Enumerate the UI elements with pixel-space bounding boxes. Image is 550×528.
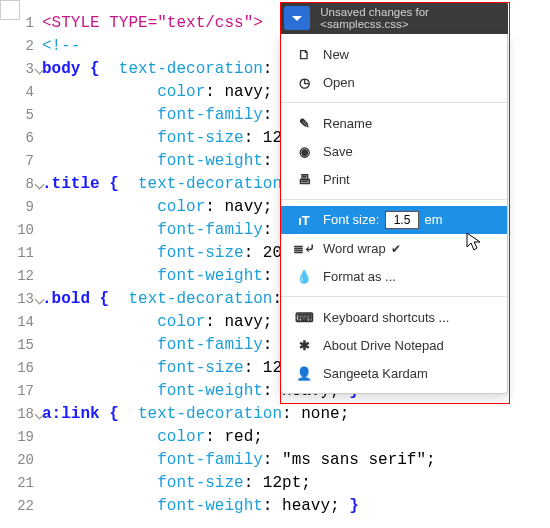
tint-icon: 💧 [295, 269, 313, 284]
caret-down-icon [292, 16, 302, 21]
menu-trigger-button[interactable] [284, 6, 310, 30]
line-number: 1 [0, 12, 42, 35]
line-number: 20 [0, 449, 42, 472]
line-number: 19 [0, 426, 42, 449]
save-icon: ◉ [295, 144, 313, 159]
asterisk-icon: ✱ [295, 338, 313, 353]
line-number: 13 [0, 288, 42, 311]
user-icon: 👤 [295, 366, 313, 381]
menu-item-user[interactable]: 👤 Sangeeta Kardam [281, 359, 507, 387]
code-line: 22 font-weight: heavy; } [0, 495, 550, 518]
line-number: 18 [0, 403, 42, 426]
menu-item-new[interactable]: 🗋 New [281, 40, 507, 68]
code-line: 19 color: red; [0, 426, 550, 449]
clock-icon: ◷ [295, 75, 313, 90]
line-number: 14 [0, 311, 42, 334]
menu-separator [281, 102, 507, 103]
edit-icon: ✎ [295, 116, 313, 131]
menu-item-shortcuts[interactable]: ⌨ Keyboard shortcuts ... [281, 303, 507, 331]
wordwrap-label: Word wrap [323, 241, 386, 256]
line-number: 21 [0, 472, 42, 495]
line-number: 17 [0, 380, 42, 403]
menu-separator [281, 296, 507, 297]
code-line: 18a:link { text-decoration: none; [0, 403, 550, 426]
line-number: 8 [0, 173, 42, 196]
line-number: 16 [0, 357, 42, 380]
line-number: 5 [0, 104, 42, 127]
line-number: 15 [0, 334, 42, 357]
fontsize-input[interactable] [385, 211, 419, 229]
line-number: 10 [0, 219, 42, 242]
line-number: 7 [0, 150, 42, 173]
dropdown-menu: Unsaved changes for <samplecss.css> 🗋 Ne… [280, 2, 508, 394]
menu-item-rename[interactable]: ✎ Rename [281, 109, 507, 137]
menu-header: Unsaved changes for <samplecss.css> [280, 2, 508, 34]
file-icon: 🗋 [295, 47, 313, 62]
line-number: 4 [0, 81, 42, 104]
line-number: 12 [0, 265, 42, 288]
line-number: 2 [0, 35, 42, 58]
line-number: 3 [0, 58, 42, 81]
fontsize-label: Font size: [323, 212, 379, 227]
line-number: 6 [0, 127, 42, 150]
code-line: 20 font-family: "ms sans serif"; [0, 449, 550, 472]
menu-item-wordwrap[interactable]: ≣⤶ Word wrap ✔ [281, 234, 507, 262]
line-number: 9 [0, 196, 42, 219]
wrap-icon: ≣⤶ [295, 241, 313, 256]
menu-item-print[interactable]: 🖶 Print [281, 165, 507, 193]
menu-item-about[interactable]: ✱ About Drive Notepad [281, 331, 507, 359]
code-line: 21 font-size: 12pt; [0, 472, 550, 495]
line-number: 22 [0, 495, 42, 518]
menu-item-save[interactable]: ◉ Save [281, 137, 507, 165]
menu-item-formatas[interactable]: 💧 Format as ... [281, 262, 507, 290]
menu-item-open[interactable]: ◷ Open [281, 68, 507, 96]
keyboard-icon: ⌨ [295, 310, 313, 325]
check-icon: ✔ [391, 242, 401, 256]
menu-body: 🗋 New ◷ Open ✎ Rename ◉ Save 🖶 Print ıT … [280, 34, 508, 394]
fontsize-unit: em [425, 212, 443, 227]
unsaved-changes-label: Unsaved changes for <samplecss.css> [320, 6, 508, 30]
menu-separator [281, 199, 507, 200]
line-number: 11 [0, 242, 42, 265]
menu-item-fontsize[interactable]: ıT Font size: em [281, 206, 507, 234]
print-icon: 🖶 [295, 172, 313, 187]
text-height-icon: ıT [295, 213, 313, 228]
